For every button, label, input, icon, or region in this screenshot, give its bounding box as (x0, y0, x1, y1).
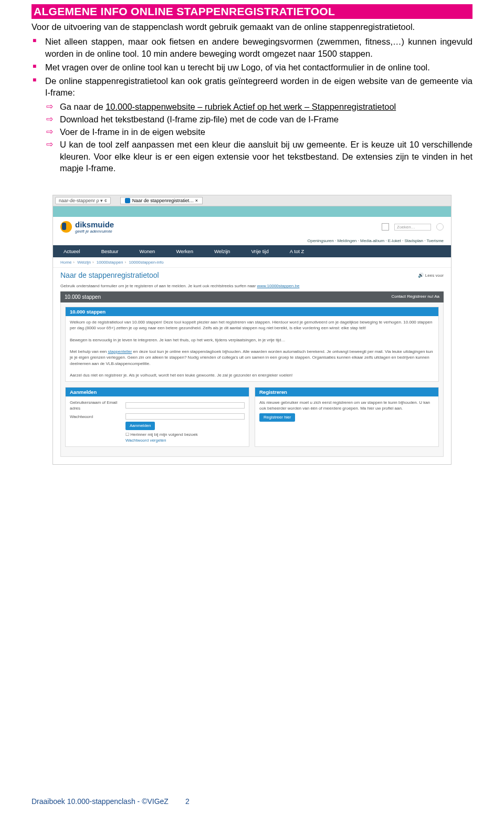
embedded-screenshot: naar-de-stappenr ρ ▾ ¢ Naar de stappenre… (52, 195, 452, 465)
intro-panel: 10.000 stappen Welkom op de registratiet… (65, 307, 439, 382)
breadcrumb-item[interactable]: 10000stappen-info (129, 260, 163, 265)
login-username-input[interactable] (125, 402, 245, 409)
login-username-label: Gebruikersnaam of Email adres (70, 400, 122, 411)
tab-title: Naar de stappenregistratiet… × (132, 198, 198, 203)
login-password-row: Wachtwoord (70, 413, 245, 420)
subtext-text: Gebruik onderstaand formulier om je te r… (60, 284, 257, 288)
sub-bullet-item: Download het tekstbestand (I-frame zip-f… (60, 113, 472, 125)
two-column-panels: Aanmelden Gebruikersnaam of Email adres … (65, 387, 439, 452)
intro-panel-p1: Welkom op de registratietool van 10.000 … (70, 319, 434, 331)
intro-panel-p3: Met behulp van een stappenteller en deze… (70, 349, 434, 367)
subtext-link[interactable]: www.10000stappen.be (257, 284, 299, 288)
page-number: 2 (185, 797, 190, 806)
nav-item-vrijetijd[interactable]: Vrije tijd (240, 245, 279, 257)
search-icon[interactable] (436, 223, 444, 231)
footer-text: Draaiboek 10.000-stappenclash - ©VIGeZ (32, 797, 169, 806)
nav-item-atotz[interactable]: A tot Z (279, 245, 314, 257)
register-button[interactable]: Registreer hier (259, 413, 295, 421)
register-text: Als nieuwe gebruiker moet u zich eerst r… (259, 400, 434, 411)
nav-item-wonen[interactable]: Wonen (129, 245, 165, 257)
tool-top-links[interactable]: Contact Registreer nu! Aa (391, 294, 439, 300)
home-icon[interactable] (382, 223, 389, 231)
register-panel: Registreren Als nieuwe gebruiker moet u … (255, 387, 439, 447)
login-panel: Aanmelden Gebruikersnaam of Email adres … (65, 387, 249, 447)
login-panel-header: Aanmelden (66, 388, 249, 396)
sub-bullet-item: Ga naar de 10.000-stappenwebsite – rubri… (60, 101, 472, 112)
favicon-icon (125, 198, 130, 203)
header-toplinks: Openingsuren · Meldingen · Media-album ·… (53, 237, 451, 245)
sub-bullet-item: Voer de I-frame in in de eigen website (60, 126, 472, 138)
breadcrumb-item[interactable]: Home (60, 260, 71, 265)
bullet-item: Niet alleen stappen, maar ook fietsen en… (45, 36, 472, 59)
site-banner-strip (53, 206, 451, 217)
address-bar[interactable]: naar-de-stappenr ρ ▾ ¢ (55, 197, 111, 204)
read-aloud-link[interactable]: Lees voor (418, 271, 444, 279)
nav-item-bestuur[interactable]: Bestuur (91, 245, 129, 257)
intro-panel-p4: Aarzel dus niet en registreer je. Als je… (70, 372, 434, 378)
page-footer: Draaiboek 10.000-stappenclash - ©VIGeZ 2 (32, 797, 472, 806)
breadcrumb-item[interactable]: Welzijn (77, 260, 91, 265)
tool-body: 10.000 stappen Welkom op de registratiet… (60, 302, 444, 457)
bullet-item: Met vragen over de online tool kan u ter… (45, 61, 472, 73)
logo-tagline: geeft je ademruimte (75, 229, 114, 234)
nav-item-werken[interactable]: Werken (165, 245, 204, 257)
intro-p3-pre: Met behulp van een (70, 349, 108, 354)
header-right: Zoeken… (382, 223, 444, 231)
nav-item-actueel[interactable]: Actueel (53, 245, 91, 257)
search-input[interactable]: Zoeken… (394, 224, 431, 231)
logo-mark-icon (60, 221, 72, 233)
login-username-row: Gebruikersnaam of Email adres (70, 400, 245, 411)
browser-tab[interactable]: Naar de stappenregistratiet… × (120, 197, 203, 204)
intro-panel-body: Welkom op de registratietool van 10.000 … (66, 316, 438, 381)
section-title: ALGEMENE INFO ONLINE STAPPENREGISTRATIET… (32, 4, 472, 19)
iframe-tool-wrap: 10.000 stappen Contact Registreer nu! Aa… (53, 291, 451, 464)
bullet-item: De online stappenregistratietool kan ook… (45, 75, 472, 174)
logo-text: diksmuide (75, 220, 114, 229)
site-logo[interactable]: diksmuide geeft je ademruimte (60, 220, 114, 234)
bullet-text: De online stappenregistratietool kan ook… (45, 76, 472, 97)
sub-bullet-prefix: Ga naar de (60, 102, 106, 111)
browser-chrome-bar: naar-de-stappenr ρ ▾ ¢ Naar de stappenre… (53, 195, 451, 206)
page-title: Naar de stappenregistratietool (60, 271, 159, 279)
login-forgot-link[interactable]: Wachtwoord vergeten (125, 437, 245, 443)
site-header: diksmuide geeft je ademruimte Zoeken… (53, 217, 451, 237)
intro-panel-p2: Bewegen is eenvoudig in je leven te inte… (70, 337, 434, 343)
login-password-input[interactable] (125, 413, 245, 420)
main-nav: Actueel Bestuur Wonen Werken Welzijn Vri… (53, 245, 451, 257)
page-title-row: Naar de stappenregistratietool Lees voor (53, 268, 451, 284)
login-remember-label: Herinner mij bij mijn volgend bezoek (130, 432, 198, 437)
sub-bullet-link: 10.000-stappenwebsite – rubriek Actief o… (106, 102, 396, 111)
page-subtext: Gebruik onderstaand formulier om je te r… (53, 284, 451, 291)
breadcrumb: Home› Welzijn› 10000stappen› 10000stappe… (53, 257, 451, 268)
login-remember[interactable]: ☐ Herinner mij bij mijn volgend bezoek (125, 432, 245, 437)
tool-top-bar: 10.000 stappen Contact Registreer nu! Aa (60, 291, 444, 302)
nav-item-welzijn[interactable]: Welzijn (204, 245, 240, 257)
login-password-label: Wachtwoord (70, 414, 122, 420)
bullet-list-level1: Niet alleen stappen, maar ook fietsen en… (32, 36, 472, 174)
intro-p3-link[interactable]: stappenteller (108, 349, 132, 354)
top-links-text[interactable]: Openingsuren · Meldingen · Media-album ·… (307, 238, 444, 243)
tool-title: 10.000 stappen (65, 294, 101, 300)
sub-bullet-item: U kan de tool zelf aanpassen met een kle… (60, 139, 472, 174)
intro-paragraph: Voor de uitvoering van de stappenclash w… (32, 21, 472, 33)
intro-panel-header: 10.000 stappen (66, 307, 438, 316)
bullet-list-level2: Ga naar de 10.000-stappenwebsite – rubri… (45, 101, 472, 174)
register-panel-header: Registreren (255, 388, 438, 396)
login-panel-body: Gebruikersnaam of Email adres Wachtwoord… (66, 396, 249, 446)
login-button[interactable]: Aanmelden (125, 422, 155, 430)
register-panel-body: Als nieuwe gebruiker moet u zich eerst r… (255, 396, 438, 425)
breadcrumb-item[interactable]: 10000stappen (97, 260, 123, 265)
